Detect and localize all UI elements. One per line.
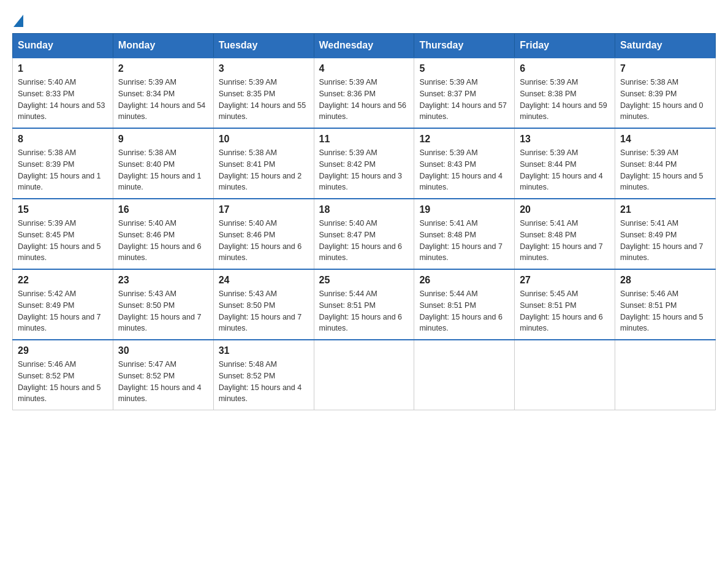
day-number: 24 xyxy=(219,275,309,286)
calendar-table: SundayMondayTuesdayWednesdayThursdayFrid… xyxy=(12,33,716,410)
day-info: Sunrise: 5:40 AMSunset: 8:46 PMDaylight:… xyxy=(219,218,309,264)
day-number: 18 xyxy=(319,204,409,215)
day-number: 4 xyxy=(319,63,409,74)
week-row-5: 29Sunrise: 5:46 AMSunset: 8:52 PMDayligh… xyxy=(13,340,716,410)
day-number: 6 xyxy=(520,63,610,74)
day-number: 21 xyxy=(620,204,710,215)
day-number: 8 xyxy=(18,134,108,145)
day-number: 15 xyxy=(18,204,108,215)
day-number: 13 xyxy=(520,134,610,145)
calendar-cell: 14Sunrise: 5:39 AMSunset: 8:44 PMDayligh… xyxy=(615,128,716,199)
calendar-cell: 25Sunrise: 5:44 AMSunset: 8:51 PMDayligh… xyxy=(314,269,414,340)
header-sunday: Sunday xyxy=(13,34,113,58)
calendar-cell: 19Sunrise: 5:41 AMSunset: 8:48 PMDayligh… xyxy=(414,199,515,269)
day-info: Sunrise: 5:39 AMSunset: 8:37 PMDaylight:… xyxy=(419,77,509,123)
calendar-cell: 11Sunrise: 5:39 AMSunset: 8:42 PMDayligh… xyxy=(314,128,414,199)
calendar-cell: 20Sunrise: 5:41 AMSunset: 8:48 PMDayligh… xyxy=(515,199,615,269)
calendar-cell: 12Sunrise: 5:39 AMSunset: 8:43 PMDayligh… xyxy=(414,128,515,199)
calendar-cell: 30Sunrise: 5:47 AMSunset: 8:52 PMDayligh… xyxy=(113,340,213,410)
day-number: 16 xyxy=(118,204,208,215)
day-info: Sunrise: 5:41 AMSunset: 8:49 PMDaylight:… xyxy=(620,218,710,264)
calendar-cell: 8Sunrise: 5:38 AMSunset: 8:39 PMDaylight… xyxy=(13,128,113,199)
calendar-cell: 4Sunrise: 5:39 AMSunset: 8:36 PMDaylight… xyxy=(314,58,414,128)
day-info: Sunrise: 5:38 AMSunset: 8:40 PMDaylight:… xyxy=(118,147,208,193)
calendar-cell xyxy=(414,340,515,410)
day-info: Sunrise: 5:46 AMSunset: 8:52 PMDaylight:… xyxy=(18,359,108,405)
day-info: Sunrise: 5:38 AMSunset: 8:41 PMDaylight:… xyxy=(219,147,309,193)
day-info: Sunrise: 5:45 AMSunset: 8:51 PMDaylight:… xyxy=(520,288,610,334)
day-info: Sunrise: 5:39 AMSunset: 8:45 PMDaylight:… xyxy=(18,218,108,264)
calendar-cell: 18Sunrise: 5:40 AMSunset: 8:47 PMDayligh… xyxy=(314,199,414,269)
calendar-cell: 5Sunrise: 5:39 AMSunset: 8:37 PMDaylight… xyxy=(414,58,515,128)
day-info: Sunrise: 5:38 AMSunset: 8:39 PMDaylight:… xyxy=(620,77,710,123)
day-number: 22 xyxy=(18,275,108,286)
day-number: 19 xyxy=(419,204,509,215)
day-number: 25 xyxy=(319,275,409,286)
calendar-cell: 24Sunrise: 5:43 AMSunset: 8:50 PMDayligh… xyxy=(213,269,314,340)
calendar-cell: 3Sunrise: 5:39 AMSunset: 8:35 PMDaylight… xyxy=(213,58,314,128)
calendar-cell xyxy=(615,340,716,410)
header-friday: Friday xyxy=(515,34,615,58)
day-info: Sunrise: 5:39 AMSunset: 8:42 PMDaylight:… xyxy=(319,147,409,193)
day-info: Sunrise: 5:39 AMSunset: 8:44 PMDaylight:… xyxy=(620,147,710,193)
day-number: 27 xyxy=(520,275,610,286)
day-info: Sunrise: 5:43 AMSunset: 8:50 PMDaylight:… xyxy=(219,288,309,334)
page-header xyxy=(12,12,716,27)
calendar-cell: 22Sunrise: 5:42 AMSunset: 8:49 PMDayligh… xyxy=(13,269,113,340)
day-number: 5 xyxy=(419,63,509,74)
calendar-header: SundayMondayTuesdayWednesdayThursdayFrid… xyxy=(13,34,716,58)
day-number: 14 xyxy=(620,134,710,145)
calendar-cell: 16Sunrise: 5:40 AMSunset: 8:46 PMDayligh… xyxy=(113,199,213,269)
day-info: Sunrise: 5:47 AMSunset: 8:52 PMDaylight:… xyxy=(118,359,208,405)
day-number: 3 xyxy=(219,63,309,74)
logo xyxy=(12,12,23,27)
day-info: Sunrise: 5:38 AMSunset: 8:39 PMDaylight:… xyxy=(18,147,108,193)
day-info: Sunrise: 5:40 AMSunset: 8:47 PMDaylight:… xyxy=(319,218,409,264)
day-number: 2 xyxy=(118,63,208,74)
day-info: Sunrise: 5:41 AMSunset: 8:48 PMDaylight:… xyxy=(419,218,509,264)
calendar-cell: 10Sunrise: 5:38 AMSunset: 8:41 PMDayligh… xyxy=(213,128,314,199)
day-info: Sunrise: 5:39 AMSunset: 8:43 PMDaylight:… xyxy=(419,147,509,193)
header-thursday: Thursday xyxy=(414,34,515,58)
day-number: 30 xyxy=(118,345,208,356)
day-info: Sunrise: 5:46 AMSunset: 8:51 PMDaylight:… xyxy=(620,288,710,334)
calendar-cell: 17Sunrise: 5:40 AMSunset: 8:46 PMDayligh… xyxy=(213,199,314,269)
calendar-cell: 13Sunrise: 5:39 AMSunset: 8:44 PMDayligh… xyxy=(515,128,615,199)
day-info: Sunrise: 5:40 AMSunset: 8:46 PMDaylight:… xyxy=(118,218,208,264)
day-number: 7 xyxy=(620,63,710,74)
header-tuesday: Tuesday xyxy=(213,34,314,58)
calendar-body: 1Sunrise: 5:40 AMSunset: 8:33 PMDaylight… xyxy=(13,58,716,410)
day-info: Sunrise: 5:39 AMSunset: 8:34 PMDaylight:… xyxy=(118,77,208,123)
day-number: 31 xyxy=(219,345,309,356)
day-info: Sunrise: 5:44 AMSunset: 8:51 PMDaylight:… xyxy=(319,288,409,334)
week-row-3: 15Sunrise: 5:39 AMSunset: 8:45 PMDayligh… xyxy=(13,199,716,269)
calendar-cell: 15Sunrise: 5:39 AMSunset: 8:45 PMDayligh… xyxy=(13,199,113,269)
calendar-cell: 28Sunrise: 5:46 AMSunset: 8:51 PMDayligh… xyxy=(615,269,716,340)
header-saturday: Saturday xyxy=(615,34,716,58)
day-number: 26 xyxy=(419,275,509,286)
logo-triangle-icon xyxy=(13,15,23,27)
day-number: 17 xyxy=(219,204,309,215)
calendar-cell: 23Sunrise: 5:43 AMSunset: 8:50 PMDayligh… xyxy=(113,269,213,340)
calendar-cell xyxy=(314,340,414,410)
day-number: 9 xyxy=(118,134,208,145)
day-info: Sunrise: 5:48 AMSunset: 8:52 PMDaylight:… xyxy=(219,359,309,405)
calendar-cell: 29Sunrise: 5:46 AMSunset: 8:52 PMDayligh… xyxy=(13,340,113,410)
day-number: 28 xyxy=(620,275,710,286)
day-info: Sunrise: 5:44 AMSunset: 8:51 PMDaylight:… xyxy=(419,288,509,334)
day-info: Sunrise: 5:40 AMSunset: 8:33 PMDaylight:… xyxy=(18,77,108,123)
day-info: Sunrise: 5:39 AMSunset: 8:35 PMDaylight:… xyxy=(219,77,309,123)
week-row-4: 22Sunrise: 5:42 AMSunset: 8:49 PMDayligh… xyxy=(13,269,716,340)
day-info: Sunrise: 5:43 AMSunset: 8:50 PMDaylight:… xyxy=(118,288,208,334)
header-wednesday: Wednesday xyxy=(314,34,414,58)
day-info: Sunrise: 5:42 AMSunset: 8:49 PMDaylight:… xyxy=(18,288,108,334)
day-info: Sunrise: 5:39 AMSunset: 8:36 PMDaylight:… xyxy=(319,77,409,123)
day-number: 10 xyxy=(219,134,309,145)
calendar-cell: 9Sunrise: 5:38 AMSunset: 8:40 PMDaylight… xyxy=(113,128,213,199)
day-number: 29 xyxy=(18,345,108,356)
calendar-cell: 27Sunrise: 5:45 AMSunset: 8:51 PMDayligh… xyxy=(515,269,615,340)
calendar-cell: 1Sunrise: 5:40 AMSunset: 8:33 PMDaylight… xyxy=(13,58,113,128)
day-number: 11 xyxy=(319,134,409,145)
day-number: 20 xyxy=(520,204,610,215)
calendar-cell: 26Sunrise: 5:44 AMSunset: 8:51 PMDayligh… xyxy=(414,269,515,340)
